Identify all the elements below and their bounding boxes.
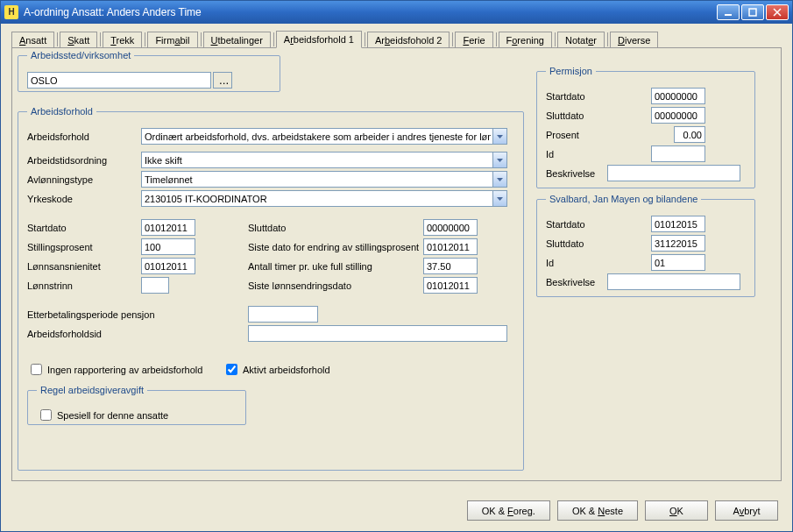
tab-diverse[interactable]: Diverse (610, 32, 658, 48)
sval-beskrivelse-input[interactable] (607, 273, 740, 290)
close-button[interactable] (766, 4, 789, 20)
legend-arbeidssted: Arbeidssted/virksomhet (27, 50, 134, 60)
tab-utbetalinger[interactable]: Utbetalinger (203, 32, 271, 48)
chevron-down-icon[interactable] (492, 172, 506, 187)
ingen-rapportering-checkbox[interactable] (31, 364, 42, 375)
sval-sluttdato-input[interactable] (651, 235, 705, 252)
arbeidsforhold-select[interactable] (141, 128, 507, 145)
arbeidstidsordning-select[interactable] (141, 152, 507, 168)
perm-prosent-input[interactable] (674, 126, 705, 143)
group-permisjon: Permisjon Startdato Sluttdato Prosent Id… (536, 66, 755, 188)
label-arbeidsforholdsid: Arbeidsforholdsid (27, 329, 248, 339)
legend-svalbard: Svalbard, Jan Mayen og bilandene (546, 194, 701, 204)
avlonning-select[interactable] (141, 171, 507, 188)
arbeidssted-browse-button[interactable]: ... (213, 72, 232, 89)
label-sluttdato: Sluttdato (248, 223, 423, 233)
stillingsprosent-input[interactable] (141, 238, 195, 255)
app-icon: H (4, 5, 18, 19)
perm-sluttdato-input[interactable] (651, 107, 705, 124)
svg-rect-1 (749, 9, 756, 16)
titlebar: H A-ordning Ansatt: Anders Anders Time (1, 1, 792, 24)
legend-arbeidsforhold: Arbeidsforhold (27, 106, 96, 117)
sval-id-input[interactable] (651, 254, 705, 271)
aktivt-checkbox[interactable] (226, 364, 237, 375)
window: H A-ordning Ansatt: Anders Anders Time A… (0, 0, 793, 532)
tab-ferie[interactable]: Ferie (455, 32, 492, 48)
startdato-input[interactable] (141, 219, 195, 236)
label-perm-id: Id (546, 149, 651, 160)
label-yrkeskode: Yrkeskode (27, 194, 141, 204)
label-siste-dato-endring: Siste dato for endring av stillingsprose… (248, 242, 423, 252)
tab-panel: Arbeidssted/virksomhet ... Arbeidsforhol… (11, 47, 782, 481)
dialog-buttons: OK & Foreg. OK & Neste OK Avbryt (467, 500, 778, 521)
label-startdato: Startdato (27, 223, 141, 233)
label-sval-id: Id (546, 258, 651, 268)
tab-notater[interactable]: Notater (557, 32, 605, 48)
avbryt-button[interactable]: Avbryt (715, 500, 778, 521)
label-perm-beskrivelse: Beskrivelse (546, 168, 607, 179)
ok-button[interactable]: OK (645, 500, 708, 521)
label-sval-startdato: Startdato (546, 219, 651, 230)
label-avlonning: Avlønningstype (27, 174, 141, 185)
tab-firmabil[interactable]: Firmabil (147, 32, 197, 48)
chevron-down-icon[interactable] (492, 129, 506, 144)
client-area: Ansatt Skatt Trekk Firmabil Utbetalinger… (1, 24, 792, 531)
sluttdato-input[interactable] (423, 219, 478, 236)
tab-forening[interactable]: Forening (499, 32, 552, 48)
lonnstrinn-input[interactable] (141, 277, 169, 294)
tab-strip: Ansatt Skatt Trekk Firmabil Utbetalinger… (11, 31, 782, 48)
siste-dato-endring-input[interactable] (423, 238, 478, 255)
label-arbeidstidsordning: Arbeidstidsordning (27, 155, 141, 166)
perm-beskrivelse-input[interactable] (607, 165, 740, 181)
group-arbeidssted: Arbeidssted/virksomhet ... (18, 50, 280, 92)
label-perm-sluttdato: Sluttdato (546, 110, 651, 121)
perm-startdato-input[interactable] (651, 88, 705, 104)
legend-regel: Regel arbeidsgiveravgift (37, 385, 147, 395)
siste-lonn-input[interactable] (423, 277, 478, 294)
yrkeskode-select[interactable] (141, 190, 507, 207)
label-antall-timer: Antall timer pr. uke full stilling (248, 261, 423, 272)
label-sval-sluttdato: Sluttdato (546, 238, 651, 249)
label-lonnsans: Lønnsansnienitet (27, 261, 141, 272)
label-perm-startdato: Startdato (546, 91, 651, 102)
group-regel: Regel arbeidsgiveravgift Spesiell for de… (27, 385, 246, 425)
tab-skatt[interactable]: Skatt (60, 32, 97, 48)
label-ingen-rapportering: Ingen rapportering av arbeidsforhold (47, 365, 223, 375)
arbeidsforholdsid-input[interactable] (248, 325, 507, 342)
minimize-button[interactable] (717, 4, 740, 20)
tab-trekk[interactable]: Trekk (103, 32, 142, 48)
window-title: A-ordning Ansatt: Anders Anders Time (24, 6, 717, 18)
svg-rect-0 (725, 14, 732, 16)
tab-arbeidsforhold-2[interactable]: Arbeidsfohold 2 (367, 32, 450, 48)
ok-foreg-button[interactable]: OK & Foreg. (467, 500, 550, 521)
label-aktivt: Aktivt arbeidsforhold (243, 365, 330, 375)
label-arbeidsforhold: Arbeidsforhold (27, 131, 141, 142)
etterbet-input[interactable] (248, 306, 318, 323)
perm-id-input[interactable] (651, 145, 705, 162)
ok-neste-button[interactable]: OK & Neste (557, 500, 638, 521)
group-arbeidsforhold: Arbeidsforhold Arbeidsforhold Arbeidstid… (18, 106, 524, 471)
label-stillingsprosent: Stillingsprosent (27, 242, 141, 252)
lonnsans-input[interactable] (141, 258, 195, 274)
label-lonnstrinn: Lønnstrinn (27, 280, 141, 291)
legend-permisjon: Permisjon (546, 66, 596, 76)
chevron-down-icon[interactable] (492, 153, 506, 167)
group-svalbard: Svalbard, Jan Mayen og bilandene Startda… (536, 194, 755, 297)
chevron-down-icon[interactable] (492, 191, 506, 206)
label-siste-lonn: Siste lønnsendringsdato (248, 280, 423, 291)
label-sval-beskrivelse: Beskrivelse (546, 277, 607, 287)
label-perm-prosent: Prosent (546, 130, 651, 140)
sval-startdato-input[interactable] (651, 216, 705, 232)
maximize-button[interactable] (741, 4, 764, 20)
arbeidssted-input[interactable] (27, 72, 211, 89)
label-spesiell: Spesiell for denne ansatte (57, 410, 168, 421)
label-etterbet: Etterbetalingsperiode pensjon (27, 309, 248, 320)
tab-arbeidsforhold-1[interactable]: Arbeidsforhold 1 (276, 31, 362, 48)
spesiell-checkbox[interactable] (40, 409, 52, 421)
antall-timer-input[interactable] (423, 258, 478, 274)
tab-ansatt[interactable]: Ansatt (11, 32, 54, 48)
